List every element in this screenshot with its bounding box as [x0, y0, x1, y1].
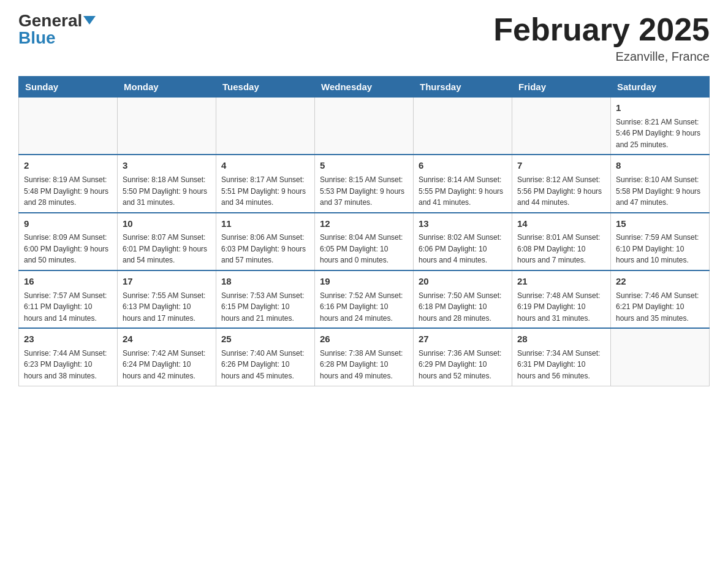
logo: General Blue	[18, 12, 96, 47]
calendar-cell: 2Sunrise: 8:19 AM Sunset: 5:48 PM Daylig…	[19, 155, 118, 212]
calendar-week-row: 9Sunrise: 8:09 AM Sunset: 6:00 PM Daylig…	[19, 213, 710, 270]
day-info: Sunrise: 7:52 AM Sunset: 6:16 PM Dayligh…	[320, 290, 408, 324]
day-number: 12	[320, 217, 408, 231]
day-number: 1	[616, 101, 704, 115]
day-number: 13	[419, 217, 507, 231]
day-number: 11	[221, 217, 309, 231]
calendar-cell	[315, 98, 414, 155]
day-info: Sunrise: 7:55 AM Sunset: 6:13 PM Dayligh…	[123, 290, 211, 324]
calendar-cell: 5Sunrise: 8:15 AM Sunset: 5:53 PM Daylig…	[315, 155, 414, 212]
day-info: Sunrise: 7:42 AM Sunset: 6:24 PM Dayligh…	[123, 348, 211, 382]
logo-general: General	[18, 12, 96, 29]
day-info: Sunrise: 7:59 AM Sunset: 6:10 PM Dayligh…	[616, 232, 704, 266]
day-info: Sunrise: 8:21 AM Sunset: 5:46 PM Dayligh…	[616, 117, 704, 151]
day-number: 26	[320, 332, 408, 347]
calendar-cell: 3Sunrise: 8:18 AM Sunset: 5:50 PM Daylig…	[118, 155, 216, 212]
calendar-cell: 28Sunrise: 7:34 AM Sunset: 6:31 PM Dayli…	[512, 328, 611, 386]
day-number: 25	[221, 332, 309, 347]
header-saturday: Saturday	[611, 77, 710, 98]
calendar-cell: 23Sunrise: 7:44 AM Sunset: 6:23 PM Dayli…	[19, 328, 118, 386]
day-number: 17	[123, 275, 211, 289]
calendar-cell: 16Sunrise: 7:57 AM Sunset: 6:11 PM Dayli…	[19, 270, 118, 328]
calendar-cell: 20Sunrise: 7:50 AM Sunset: 6:18 PM Dayli…	[414, 270, 512, 328]
calendar-cell: 12Sunrise: 8:04 AM Sunset: 6:05 PM Dayli…	[315, 213, 414, 270]
day-number: 24	[123, 332, 211, 347]
day-info: Sunrise: 7:36 AM Sunset: 6:29 PM Dayligh…	[419, 348, 507, 382]
day-number: 2	[24, 159, 112, 173]
day-number: 14	[517, 217, 605, 231]
day-info: Sunrise: 7:57 AM Sunset: 6:11 PM Dayligh…	[24, 290, 112, 324]
calendar-cell: 10Sunrise: 8:07 AM Sunset: 6:01 PM Dayli…	[118, 213, 216, 270]
day-number: 18	[221, 275, 309, 289]
weekday-header-row: Sunday Monday Tuesday Wednesday Thursday…	[19, 77, 710, 98]
calendar-cell: 11Sunrise: 8:06 AM Sunset: 6:03 PM Dayli…	[216, 213, 315, 270]
day-number: 9	[24, 217, 112, 231]
calendar-cell	[118, 98, 216, 155]
calendar-cell: 14Sunrise: 8:01 AM Sunset: 6:08 PM Dayli…	[512, 213, 611, 270]
title-block: February 2025 Ezanville, France	[493, 12, 710, 64]
day-info: Sunrise: 8:18 AM Sunset: 5:50 PM Dayligh…	[123, 174, 211, 209]
day-info: Sunrise: 8:06 AM Sunset: 6:03 PM Dayligh…	[221, 232, 309, 266]
day-number: 19	[320, 275, 408, 289]
calendar-cell: 24Sunrise: 7:42 AM Sunset: 6:24 PM Dayli…	[118, 328, 216, 386]
calendar-cell: 21Sunrise: 7:48 AM Sunset: 6:19 PM Dayli…	[512, 270, 611, 328]
day-number: 3	[123, 159, 211, 173]
header-sunday: Sunday	[19, 77, 118, 98]
day-number: 22	[616, 275, 704, 289]
day-info: Sunrise: 7:53 AM Sunset: 6:15 PM Dayligh…	[221, 290, 309, 324]
day-number: 21	[517, 275, 605, 289]
calendar-cell: 25Sunrise: 7:40 AM Sunset: 6:26 PM Dayli…	[216, 328, 315, 386]
calendar-cell: 22Sunrise: 7:46 AM Sunset: 6:21 PM Dayli…	[611, 270, 710, 328]
day-number: 27	[419, 332, 507, 347]
day-info: Sunrise: 7:40 AM Sunset: 6:26 PM Dayligh…	[221, 348, 309, 382]
day-number: 4	[221, 159, 309, 173]
day-number: 20	[419, 275, 507, 289]
header-tuesday: Tuesday	[216, 77, 315, 98]
day-info: Sunrise: 8:07 AM Sunset: 6:01 PM Dayligh…	[123, 232, 211, 266]
calendar-cell: 27Sunrise: 7:36 AM Sunset: 6:29 PM Dayli…	[414, 328, 512, 386]
day-info: Sunrise: 7:38 AM Sunset: 6:28 PM Dayligh…	[320, 348, 408, 382]
calendar-cell	[216, 98, 315, 155]
day-info: Sunrise: 8:15 AM Sunset: 5:53 PM Dayligh…	[320, 174, 408, 209]
calendar-cell: 6Sunrise: 8:14 AM Sunset: 5:55 PM Daylig…	[414, 155, 512, 212]
day-info: Sunrise: 8:09 AM Sunset: 6:00 PM Dayligh…	[24, 232, 112, 266]
calendar-cell: 1Sunrise: 8:21 AM Sunset: 5:46 PM Daylig…	[611, 98, 710, 155]
day-info: Sunrise: 8:12 AM Sunset: 5:56 PM Dayligh…	[517, 174, 605, 209]
calendar-cell: 4Sunrise: 8:17 AM Sunset: 5:51 PM Daylig…	[216, 155, 315, 212]
calendar-cell: 26Sunrise: 7:38 AM Sunset: 6:28 PM Dayli…	[315, 328, 414, 386]
header-wednesday: Wednesday	[315, 77, 414, 98]
calendar-table: Sunday Monday Tuesday Wednesday Thursday…	[18, 76, 710, 386]
day-number: 5	[320, 159, 408, 173]
day-info: Sunrise: 8:02 AM Sunset: 6:06 PM Dayligh…	[419, 232, 507, 266]
day-info: Sunrise: 7:48 AM Sunset: 6:19 PM Dayligh…	[517, 290, 605, 324]
calendar-cell	[611, 328, 710, 386]
day-number: 28	[517, 332, 605, 347]
day-info: Sunrise: 7:50 AM Sunset: 6:18 PM Dayligh…	[419, 290, 507, 324]
calendar-cell: 19Sunrise: 7:52 AM Sunset: 6:16 PM Dayli…	[315, 270, 414, 328]
calendar-cell: 7Sunrise: 8:12 AM Sunset: 5:56 PM Daylig…	[512, 155, 611, 212]
day-number: 6	[419, 159, 507, 173]
logo-triangle-icon	[83, 16, 96, 25]
month-title: February 2025	[493, 12, 710, 47]
day-number: 16	[24, 275, 112, 289]
calendar-cell: 9Sunrise: 8:09 AM Sunset: 6:00 PM Daylig…	[19, 213, 118, 270]
header-friday: Friday	[512, 77, 611, 98]
header-thursday: Thursday	[414, 77, 512, 98]
day-info: Sunrise: 7:34 AM Sunset: 6:31 PM Dayligh…	[517, 348, 605, 382]
calendar-week-row: 23Sunrise: 7:44 AM Sunset: 6:23 PM Dayli…	[19, 328, 710, 386]
logo-blue-text: Blue	[18, 29, 56, 47]
location: Ezanville, France	[493, 50, 710, 64]
calendar-cell: 17Sunrise: 7:55 AM Sunset: 6:13 PM Dayli…	[118, 270, 216, 328]
calendar-cell	[512, 98, 611, 155]
day-number: 23	[24, 332, 112, 347]
day-info: Sunrise: 8:04 AM Sunset: 6:05 PM Dayligh…	[320, 232, 408, 266]
day-info: Sunrise: 7:46 AM Sunset: 6:21 PM Dayligh…	[616, 290, 704, 324]
header-monday: Monday	[118, 77, 216, 98]
calendar-week-row: 1Sunrise: 8:21 AM Sunset: 5:46 PM Daylig…	[19, 98, 710, 155]
day-number: 8	[616, 159, 704, 173]
day-info: Sunrise: 8:17 AM Sunset: 5:51 PM Dayligh…	[221, 174, 309, 209]
calendar-cell	[414, 98, 512, 155]
calendar-cell	[19, 98, 118, 155]
day-info: Sunrise: 8:14 AM Sunset: 5:55 PM Dayligh…	[419, 174, 507, 209]
page-header: General Blue February 2025 Ezanville, Fr…	[18, 12, 710, 64]
